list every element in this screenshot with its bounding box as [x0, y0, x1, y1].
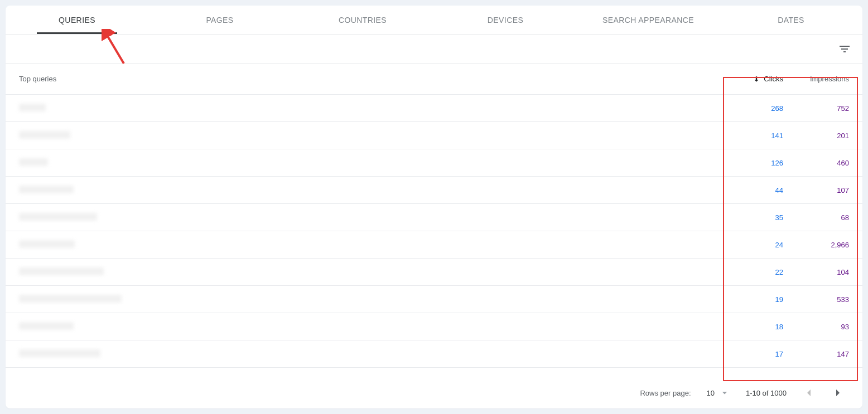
redacted-query [19, 131, 70, 139]
clicks-cell: 141 [731, 131, 797, 140]
column-header-clicks[interactable]: Clicks [731, 75, 797, 83]
query-cell [6, 131, 731, 140]
table-row[interactable]: 268752 [6, 95, 862, 122]
redacted-query [19, 104, 46, 111]
query-cell [6, 213, 731, 222]
impressions-cell: 104 [797, 268, 862, 276]
clicks-cell: 19 [731, 295, 797, 304]
clicks-cell: 268 [731, 104, 797, 113]
filter-row [6, 35, 862, 64]
query-cell [6, 104, 731, 113]
table-row[interactable]: 44107 [6, 177, 862, 204]
clicks-cell: 18 [731, 323, 797, 331]
table-row[interactable]: 3568 [6, 204, 862, 231]
header-label: Impressions [810, 75, 849, 83]
redacted-query [19, 240, 75, 248]
tab-search-appearance[interactable]: SEARCH APPEARANCE [577, 6, 720, 34]
tab-queries[interactable]: QUERIES [6, 6, 148, 34]
column-header-impressions[interactable]: Impressions [797, 75, 862, 83]
table-body: 268752141201126460441073568242,966221041… [6, 95, 862, 377]
tab-label: PAGES [206, 16, 233, 25]
table-row[interactable]: 17147 [6, 340, 862, 368]
tab-label: DATES [778, 16, 804, 25]
tab-dates[interactable]: DATES [720, 6, 862, 34]
filter-icon[interactable] [838, 42, 851, 56]
column-header-top-queries[interactable]: Top queries [6, 75, 731, 83]
clicks-cell: 22 [731, 268, 797, 276]
pagination-range: 1-10 of 1000 [746, 389, 787, 397]
query-cell [6, 322, 731, 332]
redacted-query [19, 322, 74, 330]
performance-panel: QUERIES PAGES COUNTRIES DEVICES SEARCH A… [6, 6, 862, 408]
query-cell [6, 186, 731, 195]
table-row[interactable]: 1893 [6, 313, 862, 340]
clicks-cell: 44 [731, 186, 797, 194]
redacted-query [19, 295, 122, 303]
impressions-cell: 147 [797, 350, 862, 358]
clicks-cell: 24 [731, 241, 797, 249]
redacted-query [19, 186, 74, 193]
tab-label: QUERIES [59, 16, 95, 25]
table-row[interactable]: 126460 [6, 149, 862, 177]
rows-per-page-label: Rows per page: [640, 389, 691, 397]
next-page-button[interactable] [831, 386, 845, 400]
redacted-query [19, 267, 104, 275]
clicks-cell: 35 [731, 213, 797, 222]
table-row[interactable]: 22104 [6, 259, 862, 286]
query-cell [6, 240, 731, 250]
header-label: Clicks [764, 75, 783, 83]
redacted-query [19, 213, 97, 221]
header-label: Top queries [19, 75, 56, 83]
tab-devices[interactable]: DEVICES [434, 6, 577, 34]
pagination-bar: Rows per page: 10 1-10 of 1000 [6, 377, 862, 408]
query-cell [6, 349, 731, 359]
clicks-cell: 126 [731, 159, 797, 167]
table-row[interactable]: 242,966 [6, 231, 862, 259]
tab-label: DEVICES [488, 16, 523, 25]
rows-per-page-select[interactable]: 10 [707, 387, 730, 398]
query-cell [6, 158, 731, 168]
impressions-cell: 201 [797, 131, 862, 140]
impressions-cell: 68 [797, 213, 862, 222]
tab-bar: QUERIES PAGES COUNTRIES DEVICES SEARCH A… [6, 6, 862, 35]
impressions-cell: 752 [797, 104, 862, 113]
table-row[interactable]: 19533 [6, 286, 862, 313]
rows-per-page-value: 10 [707, 389, 715, 397]
table-row[interactable]: 141201 [6, 122, 862, 149]
sort-descending-icon [753, 75, 760, 83]
query-cell [6, 267, 731, 277]
impressions-cell: 533 [797, 295, 862, 304]
dropdown-caret-icon [719, 387, 730, 398]
table-header-row: Top queries Clicks Impressions [6, 64, 862, 95]
tab-pages[interactable]: PAGES [148, 6, 291, 34]
tab-countries[interactable]: COUNTRIES [291, 6, 434, 34]
query-cell [6, 295, 731, 304]
impressions-cell: 107 [797, 186, 862, 194]
clicks-cell: 17 [731, 350, 797, 358]
tab-label: COUNTRIES [339, 16, 387, 25]
impressions-cell: 460 [797, 159, 862, 167]
redacted-query [19, 158, 48, 166]
tab-label: SEARCH APPEARANCE [602, 16, 694, 25]
impressions-cell: 2,966 [797, 241, 862, 249]
impressions-cell: 93 [797, 323, 862, 331]
redacted-query [19, 349, 100, 357]
previous-page-button[interactable] [802, 386, 816, 400]
